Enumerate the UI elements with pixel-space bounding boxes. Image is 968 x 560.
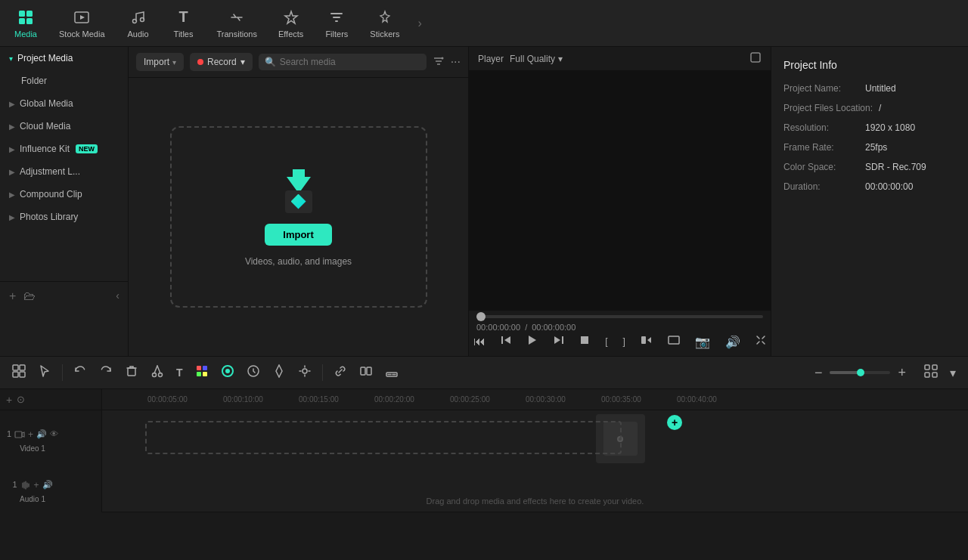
svg-rect-53 — [15, 432, 22, 438]
track-audio-toggle[interactable]: 🔊 — [36, 429, 47, 442]
audio-button[interactable]: 🔊 — [721, 333, 744, 351]
scrubber-handle[interactable] — [476, 312, 486, 321]
add-to-audio-icon[interactable]: + — [34, 480, 39, 493]
group-tool[interactable] — [355, 360, 377, 385]
player-expand-icon[interactable] — [749, 51, 762, 66]
settings-tool[interactable] — [242, 360, 265, 385]
sidebar-item-photos-library[interactable]: ▶ Photos Library — [0, 206, 128, 228]
svg-rect-1 — [26, 11, 33, 17]
import-dropzone[interactable]: Import Videos, audio, and images — [170, 126, 427, 308]
svg-rect-10 — [335, 20, 338, 22]
mark-out-button[interactable]: ] — [619, 334, 629, 349]
import-button[interactable]: Import ▾ — [136, 53, 184, 71]
zoom-out-button[interactable]: − — [810, 361, 827, 385]
scene-edit-tool[interactable] — [8, 360, 30, 385]
snapshot-button[interactable]: 📷 — [691, 333, 714, 351]
import-action-button[interactable]: Import — [265, 224, 331, 246]
delete-button[interactable] — [120, 360, 143, 385]
subtitle-tool[interactable] — [380, 360, 403, 385]
info-value-framerate: 25fps — [865, 142, 887, 153]
quality-label: Full Quality — [510, 54, 555, 64]
nav-item-filters[interactable]: Filters — [314, 4, 359, 43]
filter-icon[interactable] — [433, 55, 445, 70]
sidebar-item-cloud-media[interactable]: ▶ Cloud Media — [0, 115, 128, 138]
overwrite-button[interactable] — [664, 333, 684, 351]
video-track-number: 1 — [7, 429, 11, 442]
sidebar-item-adjustment[interactable]: ▶ Adjustment L... — [0, 160, 128, 183]
cut-button[interactable] — [146, 360, 169, 385]
svg-rect-2 — [19, 18, 25, 24]
more-options-icon[interactable]: ··· — [451, 55, 461, 69]
step-forward-button[interactable] — [550, 333, 568, 351]
svg-point-7 — [140, 17, 144, 21]
collapse-sidebar-icon[interactable]: ‹ — [116, 289, 119, 303]
transform-button[interactable] — [752, 333, 770, 351]
insert-button[interactable] — [637, 333, 656, 351]
nav-item-transitions[interactable]: Transitions — [206, 4, 268, 43]
add-track-icon[interactable]: + — [6, 394, 12, 406]
crop-tool[interactable] — [268, 360, 290, 385]
transitions-icon — [228, 8, 246, 26]
add-to-track-icon[interactable]: + — [28, 429, 33, 442]
sidebar-item-project-media[interactable]: ▾ Project Media — [0, 47, 128, 70]
video-track-content[interactable]: + — [102, 410, 968, 471]
undo-button[interactable] — [69, 360, 92, 385]
grid-view-button[interactable] — [920, 360, 942, 385]
sidebar-item-folder[interactable]: Folder — [0, 70, 128, 92]
svg-rect-22 — [581, 336, 588, 344]
nav-item-stock-media[interactable]: Stock Media — [48, 4, 116, 43]
timeline-active-tool[interactable] — [216, 360, 239, 385]
link-tracks-icon[interactable]: ⊙ — [17, 394, 25, 405]
text-button[interactable]: T — [172, 363, 188, 382]
color-button[interactable] — [191, 360, 213, 385]
zoom-bar[interactable] — [830, 371, 890, 374]
filters-icon — [327, 8, 346, 26]
sidebar-item-influence-kit[interactable]: ▶ Influence Kit NEW — [0, 138, 128, 160]
svg-rect-50 — [932, 365, 937, 370]
quality-selector[interactable]: Full Quality ▾ — [510, 54, 563, 64]
nav-item-titles[interactable]: T Titles — [161, 4, 206, 43]
nav-more-btn[interactable]: › — [413, 17, 426, 30]
zoom-handle[interactable] — [857, 369, 864, 376]
effects-icon — [282, 8, 300, 26]
top-nav: Media Stock Media Audio T Titles — [0, 0, 968, 47]
sidebar-item-compound-clip[interactable]: ▶ Compound Clip — [0, 183, 128, 206]
stop-button[interactable] — [576, 333, 594, 351]
skip-back-button[interactable]: ⏮ — [470, 333, 489, 351]
step-back-button[interactable] — [497, 333, 515, 351]
nav-label-titles: Titles — [174, 29, 194, 39]
more-tools-button[interactable]: ▾ — [945, 362, 960, 384]
nav-item-media[interactable]: Media — [3, 4, 48, 43]
mark-in-button[interactable]: [ — [601, 334, 611, 349]
video-track-icon — [14, 429, 25, 442]
search-input[interactable] — [280, 57, 420, 67]
track-visibility-toggle[interactable]: 👁 — [50, 429, 58, 442]
info-label-name: Project Name: — [783, 83, 859, 94]
add-media-icon[interactable]: + — [9, 289, 16, 303]
import-area: Import Videos, audio, and images — [129, 78, 468, 356]
add-clip-button[interactable]: + — [667, 415, 682, 430]
link-tool[interactable] — [329, 360, 352, 385]
player-label: Player — [478, 54, 504, 64]
audio-mute-toggle[interactable]: 🔊 — [42, 480, 53, 493]
timeline-ruler[interactable]: 00:00:05:00 00:00:10:00 00:00:15:00 00:0… — [102, 389, 968, 410]
sidebar-bottom-icons: + 🗁 ‹ — [0, 281, 129, 311]
selection-tool[interactable] — [33, 360, 56, 385]
record-button[interactable]: Record ▾ — [190, 53, 253, 71]
ruler-mark-7: 00:00:35:00 — [601, 395, 641, 404]
folder-add-icon[interactable]: 🗁 — [23, 289, 36, 303]
nav-item-audio[interactable]: Audio — [116, 4, 161, 43]
time-separator: / — [525, 323, 527, 332]
video-drop-zone[interactable] — [145, 421, 622, 454]
zoom-in-button[interactable]: + — [893, 361, 911, 385]
play-button[interactable] — [523, 332, 542, 351]
ruler-mark-3: 00:00:15:00 — [299, 395, 339, 404]
nav-item-effects[interactable]: Effects — [268, 4, 314, 43]
stickers-icon — [376, 8, 394, 26]
redo-button[interactable] — [95, 360, 117, 385]
scrubber-bar[interactable] — [476, 315, 763, 318]
sidebar-item-global-media[interactable]: ▶ Global Media — [0, 92, 128, 115]
nav-item-stickers[interactable]: Stickers — [359, 4, 410, 43]
audio-track-content[interactable]: Drag and drop media and effects here to … — [102, 471, 968, 512]
audio-tool[interactable] — [293, 360, 316, 385]
